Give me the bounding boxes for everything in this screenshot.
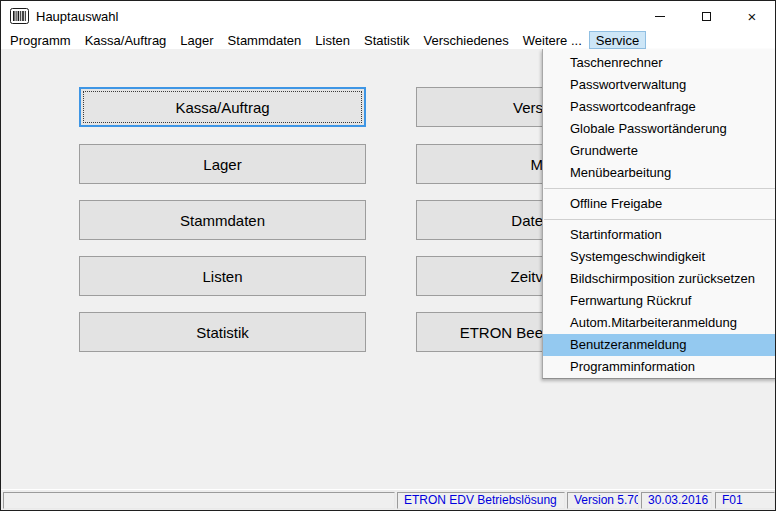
maximize-button[interactable] xyxy=(683,1,729,31)
menubar-item-statistik[interactable]: Statistik xyxy=(357,31,417,49)
menubar-item-programm[interactable]: Programm xyxy=(3,31,78,49)
menu-item-menuebearbeitung[interactable]: Menübearbeitung xyxy=(543,162,776,184)
status-panel-app-name: ETRON EDV Betriebslösung xyxy=(397,492,565,509)
button-label: Date xyxy=(417,212,543,229)
menu-item-globale-passwortaenderung[interactable]: Globale Passwortänderung xyxy=(543,118,776,140)
titlebar: Hauptauswahl × xyxy=(1,1,775,31)
menu-item-grundwerte[interactable]: Grundwerte xyxy=(543,140,776,162)
main-button-kassa-auftrag[interactable]: Kassa/Auftrag xyxy=(79,87,366,127)
app-window: Hauptauswahl × Programm Kassa/Auftrag La… xyxy=(0,0,776,511)
menu-item-autom-mitarbeiteranmeldung[interactable]: Autom.Mitarbeiteranmeldung xyxy=(543,312,776,334)
menu-item-taschenrechner[interactable]: Taschenrechner xyxy=(543,52,776,74)
button-label: Lager xyxy=(203,156,241,173)
menu-item-offline-freigabe[interactable]: Offline Freigabe xyxy=(543,193,776,215)
main-button-stammdaten[interactable]: Stammdaten xyxy=(79,200,366,240)
menubar-item-stammdaten[interactable]: Stammdaten xyxy=(221,31,309,49)
menu-item-fernwartung-rueckruf[interactable]: Fernwartung Rückruf xyxy=(543,290,776,312)
menu-item-systemgeschwindigkeit[interactable]: Systemgeschwindigkeit xyxy=(543,246,776,268)
close-icon: × xyxy=(748,9,757,24)
menu-item-bildschirmposition-zuruecksetzen[interactable]: Bildschirmposition zurücksetzen xyxy=(543,268,776,290)
minimize-icon xyxy=(655,16,665,17)
menubar-item-kassa-auftrag[interactable]: Kassa/Auftrag xyxy=(78,31,174,49)
menubar-item-lager[interactable]: Lager xyxy=(173,31,220,49)
status-panel-empty xyxy=(3,492,395,509)
status-panel-version: Version 5.703 xyxy=(567,492,639,509)
main-button-listen[interactable]: Listen xyxy=(79,256,366,296)
button-label: Stammdaten xyxy=(180,212,265,229)
statusbar: ETRON EDV Betriebslösung Version 5.703 3… xyxy=(1,489,775,511)
button-label: Listen xyxy=(202,268,242,285)
button-label: Zeitv xyxy=(417,268,543,285)
menu-item-startinformation[interactable]: Startinformation xyxy=(543,224,776,246)
menu-item-benutzeranmeldung[interactable]: Benutzeranmeldung xyxy=(543,334,776,356)
window-controls: × xyxy=(637,1,775,31)
barcode-app-icon xyxy=(10,8,29,24)
menu-separator xyxy=(544,188,776,189)
status-panel-date: 30.03.2016 xyxy=(641,492,712,509)
close-button[interactable]: × xyxy=(729,1,775,31)
button-label: Kassa/Auftrag xyxy=(175,99,269,116)
menubar-item-verschiedenes[interactable]: Verschiedenes xyxy=(417,31,516,49)
main-button-statistik[interactable]: Statistik xyxy=(79,312,366,352)
menubar-item-listen[interactable]: Listen xyxy=(308,31,357,49)
window-title: Hauptauswahl xyxy=(36,9,118,24)
menubar: Programm Kassa/Auftrag Lager Stammdaten … xyxy=(1,31,775,49)
menu-item-passwortverwaltung[interactable]: Passwortverwaltung xyxy=(543,74,776,96)
status-panel-terminal: F01 xyxy=(715,492,775,509)
button-label: ETRON Bee xyxy=(417,324,543,341)
button-label: M xyxy=(417,156,543,173)
main-button-lager[interactable]: Lager xyxy=(79,144,366,184)
button-label: Vers xyxy=(417,99,543,116)
menu-separator xyxy=(544,219,776,220)
menu-item-passwortcodeanfrage[interactable]: Passwortcodeanfrage xyxy=(543,96,776,118)
service-dropdown-menu: Taschenrechner Passwortverwaltung Passwo… xyxy=(542,49,776,379)
minimize-button[interactable] xyxy=(637,1,683,31)
maximize-icon xyxy=(702,12,711,21)
button-label: Statistik xyxy=(196,324,249,341)
menubar-item-weitere[interactable]: Weitere ... xyxy=(516,31,589,49)
menu-item-programminformation[interactable]: Programminformation xyxy=(543,356,776,378)
menubar-item-service[interactable]: Service xyxy=(589,31,646,49)
